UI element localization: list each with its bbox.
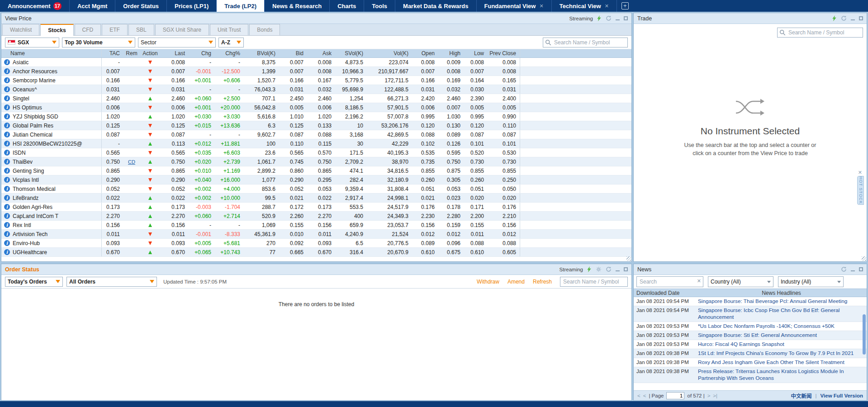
news-headline[interactable]: Hurco: Fiscal 4Q Earnings Snapshot xyxy=(696,340,867,349)
info-icon[interactable]: i xyxy=(4,177,10,183)
refresh-icon[interactable] xyxy=(606,266,612,272)
column-header-last[interactable]: Last xyxy=(161,49,189,57)
table-row[interactable]: iEnviro-Hub0.0930.093+0.005+5.6812700.09… xyxy=(1,239,631,248)
exchange-dropdown[interactable]: SGX xyxy=(5,38,59,47)
amend-button[interactable]: Amend xyxy=(508,279,525,285)
nav-tab-technical-view[interactable]: Technical View✕ xyxy=(552,0,617,12)
table-row[interactable]: iISDN0.5650.565+0.035+6.60323.60.5650.57… xyxy=(1,148,631,157)
refresh-button[interactable]: Refresh xyxy=(533,279,552,285)
refresh-icon[interactable] xyxy=(841,15,847,21)
page-input[interactable] xyxy=(666,392,684,399)
info-icon[interactable]: i xyxy=(4,186,10,192)
news-row[interactable]: Jan 08 2021 09:53 PMHurco: Fiscal 4Q Ear… xyxy=(634,340,867,349)
sort-dropdown[interactable]: A-Z xyxy=(218,38,244,47)
minimize-icon[interactable] xyxy=(851,268,855,271)
info-icon[interactable]: i xyxy=(4,86,10,92)
column-header-name[interactable]: Name xyxy=(1,49,102,57)
maximize-icon[interactable] xyxy=(859,267,863,271)
table-row[interactable]: iHSI 28200MBeCW210225@-0.113+0.012+11.88… xyxy=(1,139,631,148)
nav-tab-news-research[interactable]: News & Research xyxy=(265,0,330,12)
sector-dropdown[interactable]: Sector xyxy=(138,38,216,47)
prev-page-icon[interactable]: < xyxy=(643,393,646,398)
maximize-icon[interactable] xyxy=(624,16,628,20)
table-row[interactable]: iVicplas Intl0.2900.290+0.040+16.0001,07… xyxy=(1,175,631,185)
info-icon[interactable]: i xyxy=(4,204,10,210)
info-icon[interactable]: i xyxy=(4,195,10,201)
news-headline[interactable]: Singapore Bourse: Icbc Csop Ftse Chn Gov… xyxy=(696,306,867,322)
clear-search-icon[interactable]: ✕ xyxy=(697,278,701,284)
add-tab-button[interactable]: + xyxy=(617,0,633,12)
column-header-rem[interactable]: Rem xyxy=(123,49,140,57)
table-row[interactable]: iAnchor Resources0.0070.007-0.001-12.500… xyxy=(1,67,631,76)
news-headline[interactable]: Singapore Bourse: Thai Beverage Pcl: Ann… xyxy=(696,297,867,306)
resize-grip[interactable] xyxy=(626,256,631,261)
list-dropdown[interactable]: Top 30 Volume xyxy=(62,38,135,47)
close-tab-icon[interactable]: ✕ xyxy=(539,3,543,9)
last-page-icon[interactable]: >| xyxy=(713,393,717,398)
info-icon[interactable]: i xyxy=(4,141,10,147)
news-headline[interactable]: 1St Ld: Imf Projects China's Economy To … xyxy=(696,349,867,358)
news-headlines-header[interactable]: News Headlines xyxy=(696,290,867,296)
info-icon[interactable]: i xyxy=(4,59,10,65)
downloaded-date-header[interactable]: Downloaded Date xyxy=(634,290,696,296)
news-row[interactable]: Jan 08 2021 09:38 PMPress Release: Trite… xyxy=(634,367,867,383)
info-icon[interactable]: i xyxy=(4,104,10,110)
info-icon[interactable]: i xyxy=(4,159,10,165)
news-row[interactable]: Jan 08 2021 09:38 PMRoxy And Jess Ingham… xyxy=(634,358,867,367)
nav-tab-tools[interactable]: Tools xyxy=(364,0,395,12)
nav-tab-announcement[interactable]: Announcement17 xyxy=(0,0,70,12)
table-row[interactable]: iThaiBev0.750CD0.750+0.020+2.7391,061.70… xyxy=(1,157,631,166)
table-row[interactable]: iGlobal Palm Res0.1250.125+0.015+13.6366… xyxy=(1,121,631,130)
column-header-action[interactable]: Action xyxy=(140,49,161,57)
nav-tab-acct-mgmt[interactable]: Acct Mgmt xyxy=(70,0,115,12)
minimize-icon[interactable] xyxy=(851,17,855,20)
nav-tab-order-status[interactable]: Order Status xyxy=(115,0,167,12)
table-row[interactable]: iArtivision Tech0.0110.011-0.001-8.33345… xyxy=(1,230,631,239)
column-header-bid[interactable]: Bid xyxy=(279,49,307,57)
minimize-icon[interactable] xyxy=(616,268,620,271)
tab-sgx-unit-share[interactable]: SGX Unit Share xyxy=(155,24,209,35)
view-full-version-link[interactable]: View Full Version xyxy=(821,393,863,398)
minimize-icon[interactable] xyxy=(616,17,620,20)
info-icon[interactable]: i xyxy=(4,213,10,219)
gear-icon[interactable] xyxy=(596,266,602,272)
news-headline[interactable]: Roxy And Jess Ingham Give Each Other The… xyxy=(696,358,867,367)
table-row[interactable]: iHS Optimus0.0060.006+0.001+20.00056,042… xyxy=(1,103,631,112)
news-row[interactable]: Jan 08 2021 09:54 PMSingapore Bourse: Ic… xyxy=(634,306,867,322)
news-headline[interactable]: *Us Labor Dec Nonfarm Payrolls -140K; Co… xyxy=(696,322,867,331)
nav-tab-prices-lp1[interactable]: Prices (LP1) xyxy=(167,0,217,12)
info-icon[interactable]: i xyxy=(4,68,10,74)
industry-dropdown[interactable]: Industry (All) xyxy=(778,276,844,287)
table-row[interactable]: iSembcorp Marine0.1660.166+0.001+0.6061,… xyxy=(1,76,631,85)
hot-stock-side-tab[interactable]: HOT STOCK xyxy=(857,176,864,205)
table-row[interactable]: iRex Intl0.1560.156--1,0690.1550.156659.… xyxy=(1,221,631,230)
table-row[interactable]: iYZJ Shipbldg SGD1.0201.020+0.030+3.0305… xyxy=(1,112,631,121)
first-page-icon[interactable]: < xyxy=(637,393,640,398)
tab-stocks[interactable]: Stocks xyxy=(40,24,73,36)
resize-grip[interactable] xyxy=(862,256,866,261)
column-header-chg[interactable]: Chg% xyxy=(215,49,244,57)
tab-unit-trust[interactable]: Unit Trust xyxy=(210,24,248,35)
column-header-high[interactable]: High xyxy=(438,49,464,57)
column-header-svol-k[interactable]: SVol(K) xyxy=(335,49,367,57)
table-row[interactable]: iGolden Agri-Res0.1730.173-0.003-1.70428… xyxy=(1,203,631,212)
news-search-input[interactable] xyxy=(636,276,703,287)
news-row[interactable]: Jan 08 2021 09:53 PMSingapore Bourse: St… xyxy=(634,331,867,340)
search-input[interactable] xyxy=(543,38,628,47)
refresh-icon[interactable] xyxy=(841,266,847,272)
info-icon[interactable]: i xyxy=(4,114,10,119)
news-scrollbar[interactable] xyxy=(863,314,866,355)
table-row[interactable]: iGenting Sing0.8650.865+0.010+1.1692,899… xyxy=(1,166,631,175)
column-header-open[interactable]: Open xyxy=(412,49,438,57)
table-row[interactable]: iOceanus^0.0310.031--76,043.30.0310.0329… xyxy=(1,85,631,94)
column-header-bvol-k[interactable]: BVol(K) xyxy=(244,49,279,57)
news-row[interactable]: Jan 08 2021 09:38 PM1St Ld: Imf Projects… xyxy=(634,349,867,358)
info-icon[interactable]: i xyxy=(4,222,10,228)
news-row[interactable]: Jan 08 2021 09:53 PM*Us Labor Dec Nonfar… xyxy=(634,322,867,331)
info-icon[interactable]: i xyxy=(4,95,10,101)
info-icon[interactable]: i xyxy=(4,132,10,137)
table-row[interactable]: iSingtel2.4602.460+0.060+2.500707.12.450… xyxy=(1,94,631,103)
table-row[interactable]: iThomson Medical0.0520.052+0.002+4.00085… xyxy=(1,185,631,194)
nav-tab-trade-lp2[interactable]: Trade (LP2) xyxy=(217,0,265,12)
info-icon[interactable]: i xyxy=(4,249,10,255)
